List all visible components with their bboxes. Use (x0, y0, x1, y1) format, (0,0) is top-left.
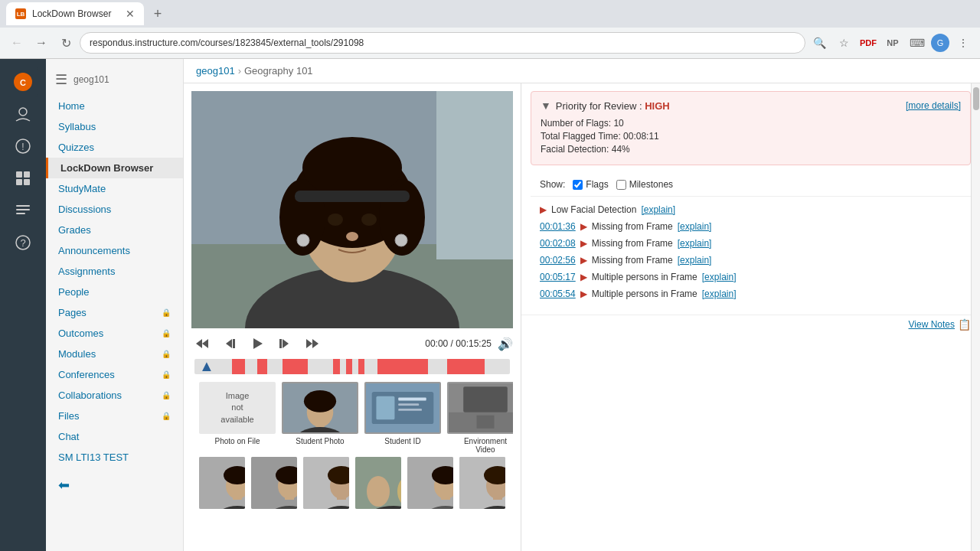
thumb-environment[interactable]: EnvironmentVideo (447, 382, 513, 454)
info-panel: ▼ Priority for Review : HIGH [more detai… (521, 83, 980, 551)
sidebar-icon-grades[interactable] (8, 195, 38, 226)
sidebar-item-collaborations[interactable]: Collaborations 🔒 (46, 385, 183, 406)
svg-rect-7 (16, 179, 22, 185)
flag-time-4[interactable]: 00:05:17 (540, 272, 576, 282)
sidebar-icon-help[interactable]: ? (8, 227, 38, 258)
sidebar-item-lockdown[interactable]: LockDown Browser (46, 158, 183, 178)
forward-button[interactable]: → (31, 32, 52, 54)
sidebar-item-smlti13[interactable]: SM LTI13 TEST (46, 447, 183, 468)
menu-icon[interactable]: ⋮ (952, 32, 974, 54)
np-icon[interactable]: NP (882, 32, 903, 54)
svg-rect-36 (279, 339, 282, 348)
flags-checkbox-input[interactable] (573, 180, 583, 190)
svg-rect-9 (16, 205, 30, 207)
flag-play-btn-4[interactable]: ▶ (580, 272, 587, 282)
sidebar-item-syllabus[interactable]: Syllabus (46, 116, 183, 137)
sidebar-item-pages[interactable]: Pages 🔒 (46, 302, 183, 323)
sidebar-item-outcomes[interactable]: Outcomes 🔒 (46, 323, 183, 344)
flag-explain-1[interactable]: [explain] (678, 221, 712, 232)
sidebar-icon-alert[interactable]: ! (8, 131, 38, 161)
flag-explain-0[interactable]: [explain] (641, 204, 675, 215)
tab-close-button[interactable]: ✕ (126, 8, 135, 20)
sidebar-item-grades[interactable]: Grades (46, 220, 183, 240)
priority-stat-flagged-time: Total Flagged Time: 00:08:11 (541, 131, 961, 142)
thumb-row2-1[interactable] (199, 457, 245, 509)
search-icon[interactable]: 🔍 (808, 32, 830, 54)
sidebar-item-announcements[interactable]: Announcements (46, 240, 183, 261)
flag-time-1[interactable]: 00:01:36 (540, 221, 576, 232)
flag-play-btn-2[interactable]: ▶ (580, 238, 587, 249)
priority-collapse-button[interactable]: ▼ (541, 99, 551, 112)
sidebar-item-files[interactable]: Files 🔒 (46, 406, 183, 426)
next-frame-button[interactable] (274, 333, 296, 354)
rewind-button[interactable] (191, 333, 213, 354)
star-icon[interactable]: ☆ (833, 32, 854, 54)
profile-icon[interactable]: G (931, 34, 949, 52)
thumb-row2-2[interactable] (251, 457, 297, 509)
sidebar-icon-logo[interactable]: C (8, 67, 38, 97)
flag-explain-3[interactable]: [explain] (678, 255, 712, 266)
scrollbar-thumb[interactable] (973, 87, 979, 110)
thumb-student-photo[interactable]: Student Photo (282, 382, 358, 454)
sidebar-item-announcements-label: Announcements (58, 245, 130, 256)
content-area: geog101 › Geography 101 (184, 59, 980, 551)
milestones-checkbox[interactable]: Milestones (616, 179, 673, 190)
flag-play-btn-5[interactable]: ▶ (580, 289, 587, 299)
flag-time-5[interactable]: 00:05:54 (540, 289, 576, 299)
flag-play-btn-0[interactable]: ▶ (540, 204, 547, 215)
flag-play-btn-1[interactable]: ▶ (580, 221, 587, 232)
svg-text:?: ? (20, 237, 25, 249)
thumb-photo-on-file[interactable]: Imagenotavailable Photo on File (199, 382, 276, 454)
thumb-row2-5[interactable] (407, 457, 453, 509)
timeline-flag-2 (257, 359, 266, 374)
thumb-student-id[interactable]: Student ID (364, 382, 441, 454)
extensions-icon[interactable]: ⌨ (906, 32, 928, 54)
reload-button[interactable]: ↻ (55, 32, 77, 54)
flag-play-btn-3[interactable]: ▶ (580, 255, 587, 266)
hamburger-icon[interactable]: ☰ (55, 71, 67, 88)
new-tab-button[interactable]: + (147, 3, 168, 24)
svg-rect-16 (436, 91, 513, 259)
tab-title: LockDown Browser (32, 8, 111, 19)
sidebar-icon-dashboard[interactable] (8, 163, 38, 194)
thumb-row2-4[interactable] (355, 457, 401, 509)
sidebar-item-people-label: People (58, 286, 89, 298)
flag-item-2: 00:02:08 ▶ Missing from Frame [explain] (531, 235, 971, 252)
timeline-bar[interactable]: ▲ (194, 359, 510, 374)
volume-button[interactable]: 🔊 (498, 337, 513, 351)
pdf-icon[interactable]: PDF (858, 32, 879, 54)
prev-frame-button[interactable] (219, 333, 240, 354)
sidebar-item-quizzes[interactable]: Quizzes (46, 137, 183, 158)
address-bar[interactable]: respondus.instructure.com/courses/182384… (80, 32, 805, 54)
sidebar-item-people[interactable]: People (46, 282, 183, 302)
sidebar-icon-account[interactable] (8, 99, 38, 129)
milestones-checkbox-input[interactable] (616, 180, 626, 190)
more-details-link[interactable]: [more details] (906, 100, 961, 111)
thumb-row2-3[interactable] (303, 457, 349, 509)
sidebar-item-home[interactable]: Home (46, 96, 183, 116)
sidebar-item-assignments[interactable]: Assignments (46, 261, 183, 282)
sidebar-item-studymate[interactable]: StudyMate (46, 178, 183, 199)
svg-marker-38 (312, 339, 318, 348)
sidebar-item-modules[interactable]: Modules 🔒 (46, 344, 183, 364)
play-button[interactable] (247, 333, 268, 354)
flag-time-2[interactable]: 00:02:08 (540, 238, 576, 249)
active-tab[interactable]: LB LockDown Browser ✕ (6, 2, 144, 25)
sidebar-item-conferences[interactable]: Conferences 🔒 (46, 364, 183, 385)
fast-forward-button[interactable] (302, 333, 323, 354)
sidebar-item-chat[interactable]: Chat (46, 426, 183, 447)
back-button[interactable]: ← (6, 32, 28, 54)
flag-time-3[interactable]: 00:02:56 (540, 255, 576, 266)
sidebar-item-syllabus-label: Syllabus (58, 121, 96, 132)
flag-explain-4[interactable]: [explain] (702, 272, 737, 282)
flags-checkbox[interactable]: Flags (573, 179, 608, 190)
flag-explain-5[interactable]: [explain] (702, 289, 737, 299)
collapse-icon[interactable]: ⬅ (58, 478, 70, 493)
view-notes-link[interactable]: View Notes (909, 319, 955, 330)
scrollbar-track[interactable] (971, 83, 980, 551)
thumb-row2-6[interactable] (459, 457, 505, 509)
sidebar-item-discussions[interactable]: Discussions (46, 199, 183, 220)
breadcrumb-course[interactable]: geog101 (196, 65, 235, 77)
flag-explain-2[interactable]: [explain] (678, 238, 712, 249)
timeline-cursor[interactable]: ▲ (199, 357, 214, 375)
